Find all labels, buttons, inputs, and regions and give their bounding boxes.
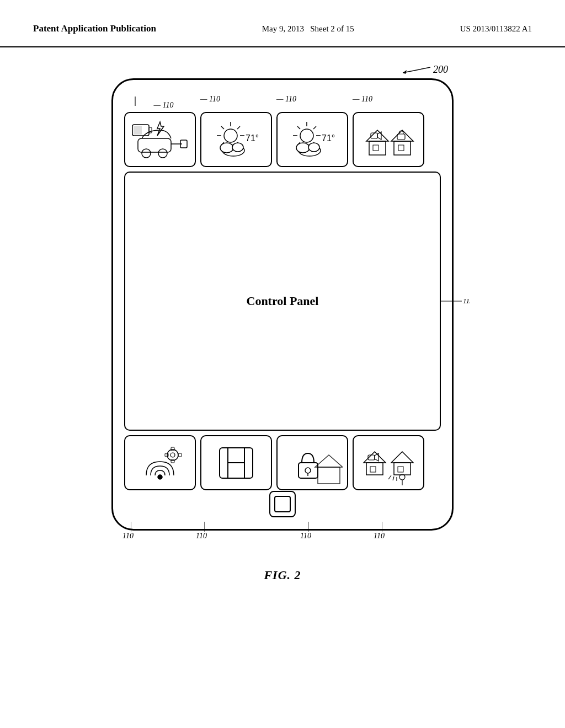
svg-rect-70 (394, 463, 411, 475)
svg-point-48 (158, 475, 162, 479)
svg-point-22 (232, 143, 243, 152)
svg-line-29 (297, 126, 300, 129)
svg-text:71°: 71° (246, 133, 259, 143)
page-header: Patent Application Publication May 9, 20… (0, 0, 565, 47)
widget-label-3: — 110 (276, 94, 348, 110)
svg-rect-65 (366, 463, 383, 475)
main-content: 200 — 110 — 110 — 110 — 110 (0, 47, 565, 593)
svg-line-31 (313, 126, 316, 129)
svg-point-24 (300, 129, 313, 142)
svg-point-5 (158, 149, 167, 158)
svg-rect-71 (398, 467, 403, 472)
svg-rect-51 (171, 447, 174, 451)
bottom-label-3: 110 (300, 532, 369, 540)
widget-weather-1[interactable]: 71° (200, 112, 272, 167)
publication-label: Patent Application Publication (33, 22, 156, 35)
widget-lock-home[interactable] (276, 435, 348, 490)
svg-line-18 (237, 126, 240, 129)
bottom-labels: 110 110 110 110 (111, 532, 454, 540)
header-center: May 9, 2013 Sheet 2 of 15 (262, 22, 354, 35)
widget-wifi-settings[interactable] (124, 435, 196, 490)
widget-label-2: — 110 (200, 94, 272, 110)
control-panel-label: Control Panel (247, 294, 319, 308)
widget-car-charger[interactable] (124, 112, 196, 167)
svg-rect-43 (394, 141, 411, 155)
publication-date: May 9, 2013 (262, 24, 304, 33)
svg-rect-53 (165, 453, 168, 457)
widget-home-security-bottom[interactable] (353, 435, 424, 490)
svg-line-0 (403, 67, 430, 73)
widget-weather-2[interactable]: 71° (276, 112, 348, 167)
bottom-label-1: 110 (122, 532, 191, 540)
svg-rect-63 (318, 467, 340, 484)
top-widget-row: 71° (124, 112, 441, 167)
ref-115: 115 (440, 293, 470, 309)
widget-label-4: — 110 (353, 94, 424, 110)
widget-hotel[interactable] (200, 435, 272, 490)
patent-number: US 2013/0113822 A1 (460, 22, 532, 35)
svg-rect-38 (369, 141, 386, 155)
svg-point-49 (167, 449, 178, 461)
figure-caption: FIG. 2 (264, 568, 301, 582)
svg-marker-69 (391, 452, 413, 463)
svg-point-11 (224, 129, 237, 142)
sheet-info: Sheet 2 of 15 (310, 24, 354, 33)
svg-rect-39 (373, 145, 379, 151)
bottom-label-2: 110 (196, 532, 265, 540)
svg-rect-44 (398, 145, 404, 151)
svg-line-16 (221, 126, 224, 129)
svg-text:71°: 71° (322, 133, 335, 143)
svg-point-50 (170, 453, 175, 457)
widget-home-security-top[interactable] (353, 112, 424, 167)
bottom-widget-row (124, 435, 441, 490)
home-button-inner (274, 496, 291, 512)
bottom-label-4: 110 (374, 532, 443, 540)
control-panel-area: Control Panel 115 (124, 172, 441, 431)
svg-point-21 (220, 143, 233, 153)
svg-text:115: 115 (463, 297, 470, 305)
ref-200-label: 200 (433, 64, 448, 76)
svg-point-35 (308, 143, 319, 152)
svg-rect-10 (134, 126, 142, 135)
svg-point-34 (296, 143, 310, 153)
svg-marker-62 (315, 455, 343, 467)
svg-rect-54 (178, 453, 182, 457)
svg-rect-66 (370, 467, 376, 472)
top-label-row: — 110 — 110 — 110 — 110 (124, 94, 441, 110)
svg-point-60 (305, 468, 311, 473)
svg-rect-52 (171, 459, 174, 463)
tablet-device: — 110 — 110 — 110 — 110 (111, 78, 454, 531)
svg-rect-45 (397, 134, 405, 140)
svg-point-4 (142, 149, 151, 158)
svg-marker-1 (403, 70, 407, 74)
home-button[interactable] (269, 491, 296, 517)
widget-label-1: — 110 (124, 94, 196, 110)
